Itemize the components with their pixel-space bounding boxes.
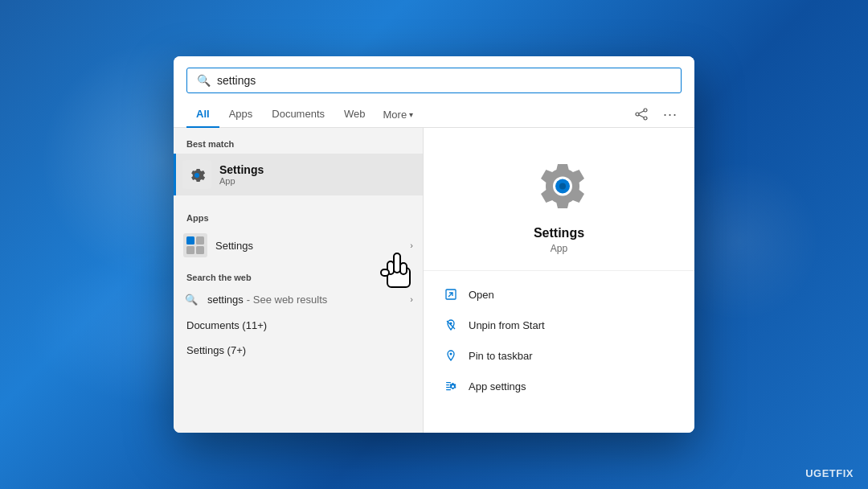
svg-rect-23 — [446, 389, 451, 390]
tab-web[interactable]: Web — [334, 101, 375, 128]
search-icon: 🔍 — [197, 74, 211, 87]
more-dots-icon: ··· — [663, 107, 678, 121]
svg-rect-8 — [186, 236, 194, 244]
svg-point-2 — [644, 117, 647, 120]
svg-rect-21 — [446, 384, 449, 385]
svg-point-18 — [450, 323, 452, 325]
unpin-from-start-icon — [444, 318, 457, 331]
apps-label: Apps — [174, 202, 423, 228]
action-pin-taskbar-label: Pin to taskbar — [469, 350, 533, 362]
action-app-settings[interactable]: App settings — [424, 371, 694, 401]
best-match-subtitle: App — [219, 176, 264, 186]
svg-point-19 — [450, 353, 452, 355]
tab-apps[interactable]: Apps — [219, 101, 263, 128]
open-icon — [443, 286, 459, 302]
settings-app-icon-small — [182, 160, 211, 189]
action-pin-taskbar[interactable]: Pin to taskbar — [424, 340, 694, 371]
svg-rect-22 — [446, 387, 450, 388]
apps-settings-icon — [183, 233, 207, 257]
more-dots-button[interactable]: ··· — [659, 103, 682, 125]
search-input[interactable]: settings — [217, 74, 671, 87]
apps-row-arrow-icon: › — [410, 240, 413, 250]
svg-line-16 — [448, 293, 452, 297]
svg-rect-10 — [186, 246, 194, 254]
pin-to-taskbar-icon — [444, 349, 457, 362]
content-area: Best match Settings App — [174, 128, 694, 433]
svg-rect-20 — [446, 382, 451, 383]
action-list: Open Unpin from Start — [424, 271, 694, 409]
web-row-arrow-icon: › — [410, 294, 413, 304]
tabs-right-icons: ··· — [630, 103, 682, 125]
watermark: UGETFIX — [805, 467, 854, 479]
best-match-label: Best match — [174, 128, 423, 154]
action-open[interactable]: Open — [424, 279, 694, 310]
action-unpin-start-label: Unpin from Start — [469, 319, 545, 331]
chevron-down-icon: ▾ — [409, 110, 413, 119]
settings-gear-icon-large — [527, 154, 592, 218]
tab-more-label: More — [383, 109, 407, 121]
right-app-name: Settings — [534, 226, 584, 240]
share-icon — [635, 108, 648, 121]
pin-icon — [443, 347, 459, 364]
tab-all[interactable]: All — [186, 101, 219, 128]
settings-row[interactable]: Settings (7+) — [174, 338, 423, 363]
svg-point-0 — [644, 109, 647, 112]
right-panel: Settings App Open — [423, 128, 694, 433]
svg-line-4 — [639, 115, 644, 117]
documents-row[interactable]: Documents (11+) — [174, 313, 423, 338]
best-match-item[interactable]: Settings App — [174, 154, 423, 195]
apps-row-text: Settings — [215, 240, 253, 252]
unpin-icon — [443, 317, 459, 333]
web-row-sub: - See web results — [247, 294, 327, 306]
right-app-sub: App — [551, 243, 567, 254]
web-row-query: settings — [207, 294, 244, 306]
web-section: Search the web 🔍 settings - See web resu… — [174, 263, 423, 313]
best-match-title: Settings — [219, 163, 264, 176]
svg-line-3 — [639, 111, 644, 113]
best-match-info: Settings App — [219, 163, 264, 186]
svg-point-14 — [559, 183, 566, 190]
tabs-bar: All Apps Documents Web More ▾ · — [174, 101, 694, 128]
svg-point-1 — [636, 113, 639, 116]
tab-more[interactable]: More ▾ — [375, 102, 422, 127]
web-search-row[interactable]: 🔍 settings - See web results › — [174, 286, 423, 313]
tab-list: All Apps Documents Web More ▾ — [186, 101, 421, 127]
app-settings-icon — [443, 378, 459, 394]
search-window: 🔍 settings All Apps Documents Web More ▾ — [174, 56, 694, 433]
svg-point-6 — [194, 173, 199, 178]
action-unpin-start[interactable]: Unpin from Start — [424, 310, 694, 340]
open-arrow-icon — [444, 288, 457, 301]
search-bar-container: 🔍 settings — [174, 56, 694, 101]
web-label: Search the web — [174, 266, 423, 286]
action-open-label: Open — [469, 289, 494, 301]
svg-rect-9 — [196, 236, 204, 244]
svg-rect-11 — [196, 246, 204, 254]
apps-settings-row[interactable]: Settings › — [174, 228, 423, 263]
web-search-icon: 🔍 — [183, 291, 199, 307]
apps-section: Apps Settings › — [174, 195, 423, 263]
tab-documents[interactable]: Documents — [262, 101, 334, 128]
right-panel-header: Settings App — [424, 128, 694, 271]
app-settings-gear-icon — [444, 380, 457, 392]
left-panel: Best match Settings App — [174, 128, 423, 433]
action-app-settings-label: App settings — [469, 380, 526, 392]
search-input-wrap[interactable]: 🔍 settings — [186, 68, 682, 93]
share-icon-button[interactable] — [630, 103, 653, 125]
